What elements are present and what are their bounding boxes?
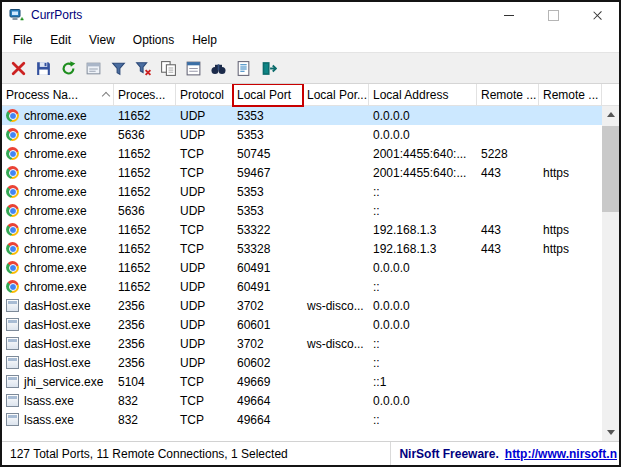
table-row[interactable]: chrome.exe11652UDP5353:: bbox=[2, 182, 602, 201]
cell-local_port: 60602 bbox=[233, 353, 303, 372]
column-header-local_port_name[interactable]: Local Por... bbox=[303, 84, 369, 106]
column-header-label: Remote ... bbox=[481, 88, 536, 102]
table-row[interactable]: chrome.exe11652TCP53328192.168.1.3443htt… bbox=[2, 239, 602, 258]
minimize-button[interactable] bbox=[487, 2, 531, 28]
process-name: chrome.exe bbox=[24, 185, 87, 199]
cell-pid: 2356 bbox=[114, 315, 176, 334]
status-brand-area: NirSoft Freeware. http://www.nirsoft.n bbox=[390, 442, 619, 465]
table-row[interactable]: chrome.exe11652UDP604910.0.0.0 bbox=[2, 258, 602, 277]
menu-item-edit[interactable]: Edit bbox=[41, 30, 80, 50]
cell-protocol: TCP bbox=[176, 239, 233, 258]
table-row[interactable]: lsass.exe832TCP496640.0.0.0 bbox=[2, 391, 602, 410]
column-header-remote_port_name[interactable]: Remote ... bbox=[539, 84, 602, 106]
report-button[interactable] bbox=[231, 56, 255, 80]
cell-pid: 11652 bbox=[114, 163, 176, 182]
cell-local_port_name bbox=[303, 239, 369, 258]
copy-icon bbox=[160, 60, 177, 77]
window-controls bbox=[487, 2, 619, 28]
maximize-button[interactable] bbox=[531, 2, 575, 28]
column-header-pid[interactable]: Proces... bbox=[114, 84, 176, 106]
filter-button[interactable] bbox=[106, 56, 130, 80]
table-row[interactable]: lsass.exe832TCP49664:: bbox=[2, 410, 602, 429]
scrollbar-track[interactable] bbox=[602, 123, 619, 424]
table-row[interactable]: chrome.exe11652TCP507452001:4455:640:...… bbox=[2, 144, 602, 163]
cell-protocol: UDP bbox=[176, 258, 233, 277]
chrome-icon bbox=[6, 109, 19, 122]
menu-item-file[interactable]: File bbox=[4, 30, 41, 50]
column-header-local_address[interactable]: Local Address bbox=[369, 84, 477, 106]
properties-button[interactable] bbox=[181, 56, 205, 80]
cell-local_port: 59467 bbox=[233, 163, 303, 182]
cell-remote_port bbox=[477, 201, 539, 220]
column-header-label: Local Port bbox=[237, 88, 291, 102]
menu-item-options[interactable]: Options bbox=[124, 30, 183, 50]
table-row[interactable]: jhi_service.exe5104TCP49669::1 bbox=[2, 372, 602, 391]
save-button[interactable] bbox=[31, 56, 55, 80]
toolbar bbox=[2, 52, 619, 84]
cell-local_address: 2001:4455:640:... bbox=[369, 144, 477, 163]
delete-button[interactable] bbox=[6, 56, 30, 80]
cell-protocol: TCP bbox=[176, 144, 233, 163]
scroll-up-button[interactable] bbox=[602, 106, 619, 123]
table-row[interactable]: chrome.exe11652UDP53530.0.0.0 bbox=[2, 106, 602, 125]
vertical-scrollbar[interactable] bbox=[602, 106, 619, 441]
process-name: chrome.exe bbox=[24, 261, 87, 275]
cell-remote_port_name: https bbox=[539, 239, 602, 258]
find-button[interactable] bbox=[206, 56, 230, 80]
sort-ascending-icon bbox=[102, 92, 110, 100]
cell-process: chrome.exe bbox=[2, 163, 114, 182]
table-row[interactable]: chrome.exe5636UDP53530.0.0.0 bbox=[2, 125, 602, 144]
cell-protocol: UDP bbox=[176, 277, 233, 296]
nirsoft-brand-label: NirSoft Freeware. bbox=[399, 447, 498, 461]
column-header-label: Local Por... bbox=[307, 88, 367, 102]
scroll-down-button[interactable] bbox=[602, 424, 619, 441]
cell-remote_port: 5228 bbox=[477, 144, 539, 163]
cell-local_address: :: bbox=[369, 277, 477, 296]
column-header-local_port[interactable]: Local Port bbox=[233, 84, 303, 106]
chrome-icon bbox=[6, 166, 19, 179]
close-button[interactable] bbox=[575, 2, 619, 28]
nirsoft-link[interactable]: http://www.nirsoft.n bbox=[505, 447, 617, 461]
refresh-button[interactable] bbox=[56, 56, 80, 80]
menu-item-view[interactable]: View bbox=[80, 30, 124, 50]
chrome-icon bbox=[6, 185, 19, 198]
copy-button[interactable] bbox=[156, 56, 180, 80]
column-header-protocol[interactable]: Protocol bbox=[176, 84, 233, 106]
app-icon bbox=[9, 7, 25, 23]
table-row[interactable]: dasHost.exe2356UDP60602:: bbox=[2, 353, 602, 372]
column-header-remote_port[interactable]: Remote ... bbox=[477, 84, 539, 106]
table-row[interactable]: dasHost.exe2356UDP3702ws-disco...:: bbox=[2, 334, 602, 353]
column-header-label: Local Address bbox=[373, 88, 448, 102]
cell-remote_port_name bbox=[539, 144, 602, 163]
process-name: chrome.exe bbox=[24, 166, 87, 180]
table-row[interactable]: dasHost.exe2356UDP606010.0.0.0 bbox=[2, 315, 602, 334]
cell-process: chrome.exe bbox=[2, 125, 114, 144]
exit-button[interactable] bbox=[256, 56, 280, 80]
cell-process: dasHost.exe bbox=[2, 334, 114, 353]
cell-local_port_name bbox=[303, 372, 369, 391]
cell-remote_port_name bbox=[539, 125, 602, 144]
cell-protocol: UDP bbox=[176, 125, 233, 144]
cell-local_port_name bbox=[303, 277, 369, 296]
scrollbar-thumb[interactable] bbox=[602, 126, 619, 212]
cell-local_address: 0.0.0.0 bbox=[369, 315, 477, 334]
cell-process: chrome.exe bbox=[2, 277, 114, 296]
cell-protocol: TCP bbox=[176, 372, 233, 391]
table-row[interactable]: dasHost.exe2356UDP3702ws-disco...0.0.0.0 bbox=[2, 296, 602, 315]
column-header-process[interactable]: Process Na... bbox=[2, 84, 114, 106]
table-row[interactable]: chrome.exe5636UDP5353:: bbox=[2, 201, 602, 220]
menu-item-help[interactable]: Help bbox=[183, 30, 226, 50]
cell-process: dasHost.exe bbox=[2, 353, 114, 372]
process-name: chrome.exe bbox=[24, 128, 87, 142]
table-row[interactable]: chrome.exe11652TCP594672001:4455:640:...… bbox=[2, 163, 602, 182]
cell-remote_port_name bbox=[539, 277, 602, 296]
clear-filter-button[interactable] bbox=[131, 56, 155, 80]
window-properties-button[interactable] bbox=[81, 56, 105, 80]
cell-local_port_name bbox=[303, 163, 369, 182]
table-row[interactable]: chrome.exe11652TCP53322192.168.1.3443htt… bbox=[2, 220, 602, 239]
header-stub bbox=[602, 84, 619, 106]
cell-remote_port_name bbox=[539, 372, 602, 391]
table-row[interactable]: chrome.exe11652UDP60491:: bbox=[2, 277, 602, 296]
cell-local_port_name bbox=[303, 258, 369, 277]
cell-pid: 11652 bbox=[114, 182, 176, 201]
